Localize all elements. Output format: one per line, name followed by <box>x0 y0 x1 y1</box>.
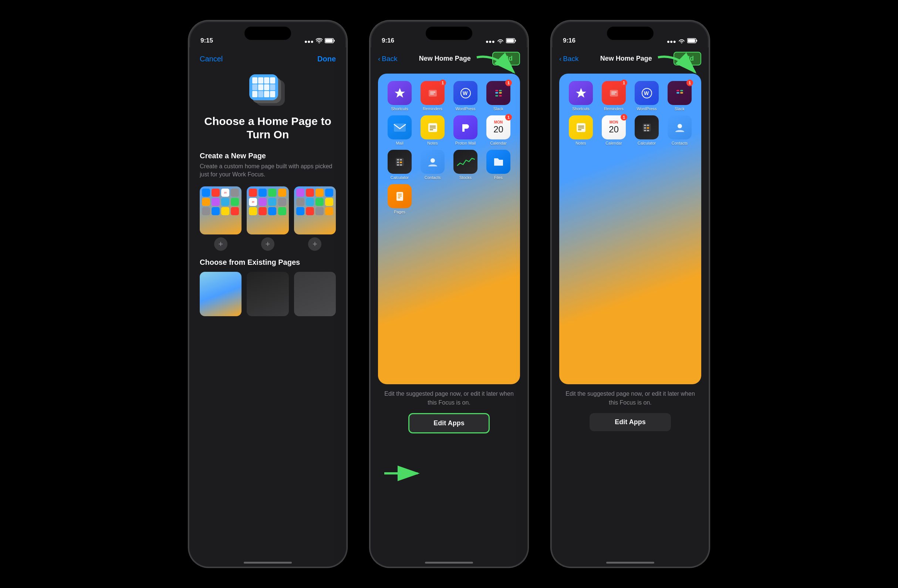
svg-text:W: W <box>463 90 468 96</box>
app-notes-3[interactable]: Notes <box>567 115 595 145</box>
svg-rect-46 <box>677 90 680 91</box>
svg-rect-41 <box>610 90 618 97</box>
arrow-to-edit-1 <box>381 459 432 488</box>
svg-rect-56 <box>647 124 649 126</box>
done-button[interactable]: Done <box>317 55 336 63</box>
svg-rect-17 <box>495 95 498 97</box>
app-shortcuts-3[interactable]: Shortcuts <box>567 81 595 111</box>
wifi-icon-1 <box>316 38 323 45</box>
status-icons-1: ●●● <box>304 38 335 45</box>
page-title: Choose a Home Page to Turn On <box>200 115 336 141</box>
phone2-screen-area: Shortcuts 1 Reminders <box>378 74 520 384</box>
app-protonmail-2[interactable]: Proton Mail <box>451 115 480 145</box>
svg-rect-24 <box>462 129 464 132</box>
chevron-left-icon-3: ‹ <box>559 55 561 63</box>
back-button-3[interactable]: ‹ Back <box>559 55 579 63</box>
svg-rect-6 <box>507 39 514 43</box>
page-preview-1[interactable]: 20 + <box>200 186 241 251</box>
svg-rect-1 <box>326 39 333 43</box>
thumb-2: 20 <box>247 186 289 235</box>
edit-apps-button-2[interactable]: Edit Apps <box>408 413 490 433</box>
app-reminders-2[interactable]: 1 Reminders <box>418 81 447 111</box>
svg-point-32 <box>431 158 435 163</box>
existing-thumb-1[interactable] <box>200 272 241 316</box>
svg-rect-31 <box>400 164 402 166</box>
dynamic-island-2 <box>426 27 472 40</box>
svg-point-61 <box>678 124 682 128</box>
back-button-2[interactable]: ‹ Back <box>378 55 398 63</box>
phone2-app-grid: Shortcuts 1 Reminders <box>385 81 513 214</box>
phone3-bottom-text: Edit the suggested page now, or edit it … <box>563 389 698 407</box>
svg-rect-28 <box>397 161 399 163</box>
svg-rect-30 <box>397 164 399 166</box>
create-section-title: Create a New Page <box>200 152 336 160</box>
svg-rect-57 <box>644 127 646 129</box>
existing-thumb-3[interactable] <box>294 272 336 316</box>
add-page-1[interactable]: + <box>214 237 228 251</box>
home-indicator-1 <box>244 562 292 563</box>
app-pages-2[interactable]: Pages <box>385 184 414 214</box>
svg-rect-7 <box>515 40 516 42</box>
svg-rect-29 <box>400 161 402 163</box>
phone3-screen: ‹ Back New Home Page Add Sh <box>552 48 709 567</box>
app-calculator-3[interactable]: Calculator <box>632 115 661 145</box>
svg-rect-40 <box>697 40 698 42</box>
add-page-2[interactable]: + <box>261 237 274 251</box>
svg-rect-2 <box>334 40 335 42</box>
svg-text:W: W <box>644 90 649 96</box>
svg-rect-59 <box>644 130 646 131</box>
svg-rect-60 <box>647 130 649 131</box>
svg-rect-48 <box>680 90 683 91</box>
add-page-3[interactable]: + <box>308 237 321 251</box>
battery-icon-2 <box>506 38 516 45</box>
svg-rect-49 <box>680 92 683 94</box>
page-preview-2[interactable]: 20 + <box>247 186 289 251</box>
cancel-button[interactable]: Cancel <box>200 55 223 63</box>
phone3-app-grid: Shortcuts 1 Reminders <box>567 81 694 145</box>
page-preview-3[interactable]: + <box>294 186 336 251</box>
arrow-to-add-2 <box>647 50 706 87</box>
phone2-bottom-text: Edit the suggested page now, or edit it … <box>382 389 516 407</box>
existing-thumb-2[interactable] <box>247 272 289 316</box>
app-notes-2[interactable]: Notes <box>418 115 447 145</box>
status-icons-3: ●●● <box>667 38 698 45</box>
svg-rect-8 <box>429 90 437 97</box>
edit-apps-button-3[interactable]: Edit Apps <box>589 413 671 431</box>
phone1-screen: Cancel Done <box>189 48 346 567</box>
svg-rect-27 <box>400 159 402 161</box>
app-contacts-3[interactable]: Contacts <box>665 115 694 145</box>
icon-front <box>249 74 278 100</box>
create-section-desc: Create a custom home page built with app… <box>200 162 336 179</box>
phone2-nav-title: New Home Page <box>419 55 471 63</box>
home-indicator-2 <box>425 562 473 563</box>
phone-3: 9:16 ●●● <box>551 20 710 568</box>
dynamic-island-1 <box>244 27 291 40</box>
phone3-screen-area: Shortcuts 1 Reminders <box>559 74 701 384</box>
svg-rect-15 <box>499 90 502 91</box>
status-icons-2: ●●● <box>486 38 516 45</box>
app-shortcuts-2[interactable]: Shortcuts <box>385 81 414 111</box>
app-reminders-3[interactable]: 1 Reminders <box>600 81 628 111</box>
svg-rect-14 <box>495 92 498 94</box>
phone2-screen: ‹ Back New Home Page Add Sh <box>371 48 527 567</box>
phone3-wrapper: 9:16 ●●● <box>551 20 710 568</box>
svg-rect-55 <box>644 124 646 126</box>
app-calendar-2[interactable]: 1 MON 20 Calendar <box>484 115 513 145</box>
existing-section-title: Choose from Existing Pages <box>200 258 336 267</box>
app-calculator-2[interactable]: Calculator <box>385 150 414 180</box>
app-calendar-3[interactable]: 1 MON 20 Calendar <box>600 115 628 145</box>
signal-icon-1: ●●● <box>304 38 314 45</box>
svg-rect-39 <box>688 39 695 43</box>
svg-rect-18 <box>499 95 502 97</box>
thumb-1: 20 <box>200 186 241 235</box>
dynamic-island-3 <box>607 27 654 40</box>
arrow-to-add-1 <box>466 50 525 87</box>
app-contacts-2[interactable]: Contacts <box>418 150 447 180</box>
phone1-nav: Cancel Done <box>200 55 336 63</box>
app-stocks-2[interactable]: Stocks <box>451 150 480 180</box>
app-mail-2[interactable]: Mail <box>385 115 414 145</box>
svg-rect-47 <box>677 92 680 94</box>
chevron-left-icon-2: ‹ <box>378 55 380 63</box>
app-files-2[interactable]: Files <box>484 150 513 180</box>
page-previews: 20 + 20 + <box>200 186 336 251</box>
